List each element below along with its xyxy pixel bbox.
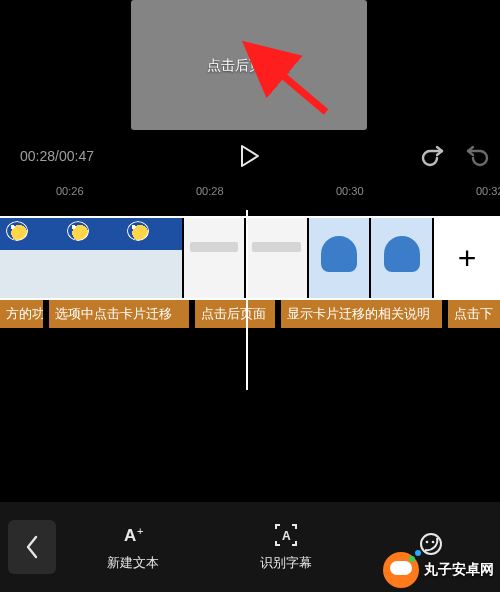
subtitle-clip[interactable]: 点击下 xyxy=(448,300,500,328)
svg-point-4 xyxy=(421,534,441,554)
subtitle-clip[interactable]: 点击后页面 xyxy=(195,300,275,328)
watermark-text: 丸子安卓网 xyxy=(424,561,494,579)
svg-point-5 xyxy=(426,541,429,544)
chevron-left-icon xyxy=(23,533,41,561)
svg-text:+: + xyxy=(137,525,143,537)
text-add-icon: A + xyxy=(120,522,146,548)
plus-icon: + xyxy=(458,240,477,277)
back-button[interactable] xyxy=(8,520,56,574)
subtitle-clip[interactable]: 选项中点击卡片迁移 xyxy=(49,300,189,328)
redo-button[interactable] xyxy=(462,142,490,170)
toolbar-label: 新建文本 xyxy=(107,554,159,572)
video-clip[interactable] xyxy=(371,218,432,298)
svg-text:A: A xyxy=(282,529,291,543)
ruler-tick: 00:32 xyxy=(476,185,500,197)
subtitle-track[interactable]: 方的功 选项中点击卡片迁移 点击后页面 显示卡片迁移的相关说明 点击下 xyxy=(0,300,500,328)
ruler-tick: 00:26 xyxy=(56,185,84,197)
svg-line-0 xyxy=(274,68,326,112)
svg-text:A: A xyxy=(124,526,136,545)
svg-point-6 xyxy=(432,541,435,544)
toolbar-label: 识别字幕 xyxy=(260,554,312,572)
video-clip[interactable] xyxy=(0,218,182,298)
timecode: 00:28/00:47 xyxy=(20,148,94,164)
annotation-arrow xyxy=(260,60,340,120)
play-button[interactable] xyxy=(236,142,264,170)
ruler-tick: 00:30 xyxy=(336,185,364,197)
video-clip[interactable] xyxy=(309,218,370,298)
video-clip[interactable] xyxy=(184,218,245,298)
undo-button[interactable] xyxy=(420,142,448,170)
ruler-tick: 00:28 xyxy=(196,185,224,197)
auto-caption-button[interactable]: A 识别字幕 xyxy=(209,522,362,572)
new-text-button[interactable]: A + 新建文本 xyxy=(56,522,209,572)
watermark-logo-icon xyxy=(383,552,419,588)
subtitle-clip[interactable]: 显示卡片迁移的相关说明 xyxy=(281,300,441,328)
scan-text-icon: A xyxy=(273,522,299,548)
watermark: 丸子安卓网 xyxy=(383,552,494,588)
video-clip[interactable] xyxy=(246,218,307,298)
clip-track[interactable]: + xyxy=(0,216,500,300)
add-clip-button[interactable]: + xyxy=(434,218,500,298)
transport-bar: 00:28/00:47 xyxy=(0,136,500,176)
subtitle-clip[interactable]: 方的功 xyxy=(0,300,43,328)
playhead[interactable] xyxy=(246,210,248,390)
time-ruler[interactable]: 00:26 00:28 00:30 00:32 xyxy=(0,185,500,205)
